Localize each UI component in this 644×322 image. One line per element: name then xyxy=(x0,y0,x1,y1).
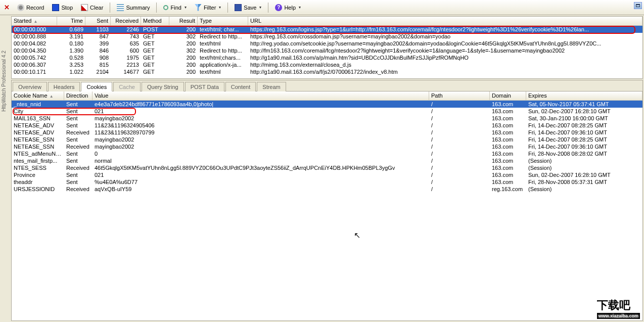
tab-cookies[interactable]: Cookies xyxy=(81,82,112,91)
record-icon xyxy=(17,4,24,11)
clear-icon xyxy=(81,4,88,11)
help-label: Help xyxy=(284,5,296,11)
sort-asc-icon: ▲ xyxy=(33,19,37,24)
cookie-row[interactable]: NTES_adMenuNumSent0/163.comFri, 28-Nov-2… xyxy=(12,150,642,157)
request-row[interactable]: 00:00:00.0000.68911032246POST200text/htm… xyxy=(12,26,642,33)
request-row[interactable]: 00:00:06.3073.2538152213GET200applicatio… xyxy=(12,61,642,68)
separator xyxy=(227,3,228,13)
stop-label: Stop xyxy=(61,5,73,11)
cookie-row[interactable]: NETEASE_SSNSentmayingbao2002/163.comFri,… xyxy=(12,136,642,143)
cookie-row[interactable]: _ntes_nnidSente4e3a7deb224bdf86771e17860… xyxy=(12,101,642,108)
request-row[interactable]: 00:00:10.1711.022210414677GET200text/htm… xyxy=(12,68,642,75)
request-row[interactable]: 00:00:00.8883.191847743GET302Redirect to… xyxy=(12,33,642,40)
sort-asc-icon: ▲ xyxy=(50,94,54,99)
cookie-row[interactable]: NETEASE_ADVSent11&23&1196324905406/163.c… xyxy=(12,122,642,129)
filter-button[interactable]: Filter▾ xyxy=(191,2,224,13)
stop-button[interactable]: Stop xyxy=(49,2,76,13)
requests-pane: Started▲ Time Sent Received Method Resul… xyxy=(11,16,643,79)
watermark: 下载吧www.xiazaiba.com xyxy=(597,298,640,319)
col-received[interactable]: Received xyxy=(111,17,141,25)
save-label: Save xyxy=(244,5,256,11)
tab-stream[interactable]: Stream xyxy=(257,82,286,91)
help-icon: ? xyxy=(275,4,282,11)
funnel-icon xyxy=(195,4,202,11)
cookie-row[interactable]: ntes_mail_firstp...Sentnormal/163.com(Se… xyxy=(12,157,642,164)
chevron-down-icon: ▾ xyxy=(185,5,187,10)
tab-content[interactable]: Content xyxy=(225,82,256,91)
tab-overview[interactable]: Overview xyxy=(13,82,47,91)
col-cookie-name[interactable]: Cookie Name▲ xyxy=(12,91,64,100)
cookie-row[interactable]: NETEASE_ADVReceived11&23&1196328970799/1… xyxy=(12,129,642,136)
col-url[interactable]: URL xyxy=(248,17,642,25)
request-row[interactable]: 00:00:05.7420.5289081975GET200text/html;… xyxy=(12,54,642,61)
cookie-row[interactable]: ProvinceSent021/163.comSun, 02-Dec-2007 … xyxy=(12,171,642,178)
save-button[interactable]: Save▾ xyxy=(231,2,265,13)
separator xyxy=(268,3,268,13)
floppy-icon xyxy=(235,4,242,11)
requests-body[interactable]: 00:00:00.0000.68911032246POST200text/htm… xyxy=(12,26,642,78)
col-path[interactable]: Path xyxy=(429,91,490,100)
chevron-down-icon: ▾ xyxy=(219,5,221,10)
details-pane: OverviewHeadersCookiesCacheQuery StringP… xyxy=(11,80,643,321)
col-method[interactable]: Method xyxy=(141,17,169,25)
record-button[interactable]: Record xyxy=(14,2,48,13)
summary-button[interactable]: Summary xyxy=(113,2,153,13)
tab-cache[interactable]: Cache xyxy=(113,82,141,91)
clear-label: Clear xyxy=(90,5,103,11)
stop-icon xyxy=(52,4,59,11)
chevron-down-icon: ▾ xyxy=(259,5,261,10)
requests-header: Started▲ Time Sent Received Method Resul… xyxy=(12,17,642,26)
cookie-row[interactable]: URSJESSIONIDReceivedaqVxQB-uIY59/reg.163… xyxy=(12,186,642,193)
cookie-row[interactable]: NTES_SESSReceived46t5GkqlgX5tKM5vatYUhn8… xyxy=(12,164,642,171)
summary-icon xyxy=(117,4,124,11)
detail-tabs: OverviewHeadersCookiesCacheQuery StringP… xyxy=(12,80,642,91)
restore-window-icon[interactable] xyxy=(634,2,642,9)
chevron-down-icon: ▾ xyxy=(299,5,301,10)
summary-label: Summary xyxy=(126,5,150,11)
tab-query-string[interactable]: Query String xyxy=(142,82,184,91)
request-row[interactable]: 00:00:04.3501.390846600GET302Redirect to… xyxy=(12,47,642,54)
col-type[interactable]: Type xyxy=(198,17,248,25)
request-row[interactable]: 00:00:04.0820.180399635GET200text/htmlht… xyxy=(12,40,642,47)
magnifier-icon xyxy=(163,5,168,10)
col-sent[interactable]: Sent xyxy=(85,17,111,25)
col-domain[interactable]: Domain xyxy=(490,91,526,100)
col-value[interactable]: Value xyxy=(93,91,429,100)
app-title-vertical: HttpWatch Professional 4.2 xyxy=(1,51,8,112)
tab-headers[interactable]: Headers xyxy=(48,82,80,91)
cookie-row[interactable]: MAIL163_SSNSentmayingbao2002/163.comSat,… xyxy=(12,115,642,122)
record-label: Record xyxy=(26,5,44,11)
cookie-row[interactable]: CitySent021/163.comSun, 02-Dec-2007 16:2… xyxy=(12,108,642,115)
toolbar: ✕ Record Stop Clear Summary Find▾ Filter… xyxy=(0,0,644,15)
cookie-row[interactable]: NETEASE_SSNReceivedmayingbao2002/163.com… xyxy=(12,143,642,150)
tab-post-data[interactable]: POST Data xyxy=(185,82,224,91)
cookies-header: Cookie Name▲ Direction Value Path Domain… xyxy=(12,91,642,101)
col-expires[interactable]: Expires xyxy=(526,91,642,100)
col-direction[interactable]: Direction xyxy=(64,91,93,100)
filter-label: Filter xyxy=(204,5,216,11)
find-label: Find xyxy=(170,5,181,11)
separator xyxy=(110,3,110,13)
col-started[interactable]: Started▲ xyxy=(12,17,57,25)
close-icon[interactable]: ✕ xyxy=(4,4,10,11)
find-button[interactable]: Find▾ xyxy=(160,3,190,13)
col-result[interactable]: Result xyxy=(169,17,198,25)
cookie-row[interactable]: theaddrSent%u4E0A%u6D77/163.comFri, 28-N… xyxy=(12,178,642,186)
separator xyxy=(156,3,157,13)
col-time[interactable]: Time xyxy=(57,17,85,25)
clear-button[interactable]: Clear xyxy=(77,2,107,13)
cookies-body[interactable]: _ntes_nnidSente4e3a7deb224bdf86771e17860… xyxy=(12,101,642,320)
help-button[interactable]: ?Help▾ xyxy=(271,2,304,13)
